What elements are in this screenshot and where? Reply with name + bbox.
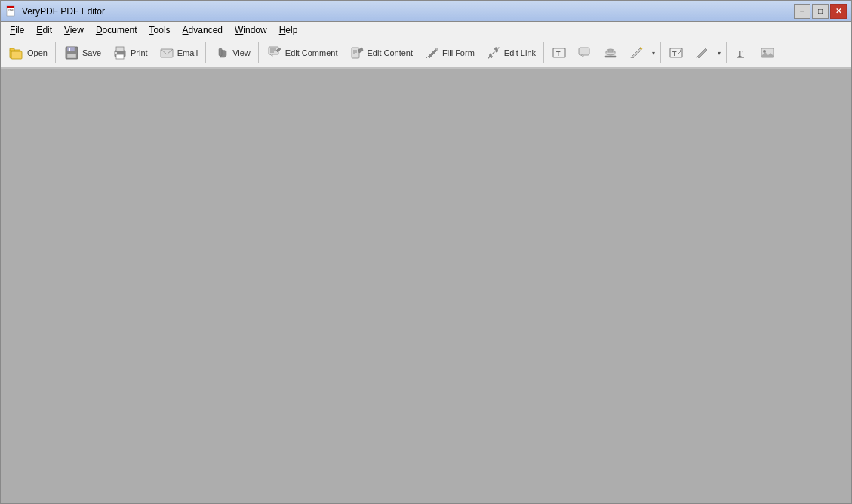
- email-icon: [158, 45, 175, 61]
- save-icon: [63, 45, 80, 61]
- text-edit-button[interactable]: T: [664, 41, 688, 65]
- email-label: Email: [177, 48, 198, 57]
- main-window: PDF VeryPDF PDF Editor − □ ✕ File Edit V…: [0, 0, 852, 504]
- hand-icon: [214, 45, 230, 61]
- title-bar: PDF VeryPDF PDF Editor − □ ✕: [1, 1, 851, 22]
- menu-window[interactable]: Window: [229, 23, 273, 37]
- edit-comment-icon: [266, 45, 283, 61]
- fill-form-icon: [423, 45, 440, 61]
- menu-bar: File Edit View Document Tools Advanced W…: [1, 22, 851, 38]
- svg-rect-8: [67, 54, 76, 58]
- stamp-icon: [602, 45, 619, 61]
- edit-content-icon: [349, 45, 365, 61]
- title-bar-left: PDF VeryPDF PDF Editor: [5, 5, 105, 17]
- svg-rect-4: [10, 48, 14, 51]
- svg-rect-15: [219, 48, 222, 56]
- open-icon: [8, 45, 25, 61]
- window-title: VeryPDF PDF Editor: [22, 6, 105, 17]
- edit-content-label: Edit Content: [368, 48, 414, 57]
- image-button[interactable]: [755, 41, 780, 65]
- svg-line-34: [631, 57, 632, 58]
- svg-rect-13: [115, 52, 117, 54]
- open-button[interactable]: Open: [4, 41, 52, 65]
- svg-marker-17: [270, 54, 272, 57]
- view-button[interactable]: View: [209, 41, 255, 65]
- svg-text:T: T: [672, 50, 677, 57]
- insert-text-button[interactable]: T: [730, 41, 754, 65]
- separator-4: [543, 42, 544, 63]
- toolbar: Open Save: [1, 38, 851, 69]
- svg-rect-9: [69, 48, 70, 51]
- view-label: View: [232, 48, 251, 57]
- menu-file[interactable]: File: [4, 23, 30, 37]
- separator-2: [205, 42, 206, 63]
- svg-line-38: [697, 57, 697, 58]
- svg-rect-11: [116, 47, 124, 51]
- fill-form-button[interactable]: Fill Form: [419, 41, 479, 65]
- fill-form-label: Fill Form: [442, 48, 475, 57]
- menu-help[interactable]: Help: [273, 23, 304, 37]
- print-label: Print: [131, 48, 148, 57]
- separator-1: [55, 42, 56, 63]
- separator-3: [258, 42, 259, 63]
- close-button[interactable]: ✕: [830, 4, 847, 19]
- svg-rect-12: [116, 54, 124, 59]
- svg-line-37: [678, 51, 681, 54]
- stamp-button[interactable]: [598, 41, 623, 65]
- speech-bubble-button[interactable]: [573, 41, 597, 65]
- separator-5: [660, 42, 661, 63]
- edit-link-label: Edit Link: [504, 48, 536, 57]
- speech-bubble-icon: [577, 45, 593, 61]
- insert-text-icon: T: [734, 45, 750, 61]
- edit-link-icon: [485, 45, 502, 61]
- edit-link-button[interactable]: Edit Link: [481, 41, 540, 65]
- menu-view[interactable]: View: [58, 23, 90, 37]
- save-label: Save: [82, 48, 101, 57]
- svg-rect-21: [352, 48, 359, 58]
- save-button[interactable]: Save: [59, 41, 106, 65]
- svg-rect-33: [605, 56, 616, 57]
- separator-6: [726, 42, 727, 63]
- menu-advanced[interactable]: Advanced: [177, 23, 229, 37]
- svg-rect-28: [579, 48, 589, 55]
- text-tool-button[interactable]: T: [547, 41, 571, 65]
- menu-tools[interactable]: Tools: [143, 23, 177, 37]
- pencil-button[interactable]: [624, 41, 648, 65]
- annotation-dropdown[interactable]: ▾: [650, 41, 657, 65]
- svg-rect-32: [608, 50, 613, 52]
- print-icon: [112, 45, 128, 61]
- svg-rect-5: [11, 51, 22, 59]
- title-bar-controls: − □ ✕: [794, 4, 847, 19]
- text-edit-icon: T: [668, 45, 684, 61]
- menu-document[interactable]: Document: [90, 23, 143, 37]
- svg-line-25: [426, 57, 428, 58]
- svg-rect-31: [606, 52, 615, 54]
- app-icon: PDF: [5, 5, 17, 17]
- main-content-area: [1, 69, 851, 503]
- text-field-icon: T: [551, 45, 567, 61]
- svg-text:PDF: PDF: [8, 8, 14, 12]
- edit-comment-label: Edit Comment: [285, 48, 338, 57]
- svg-text:T: T: [556, 50, 561, 57]
- image-icon: [759, 45, 776, 61]
- svg-marker-29: [581, 55, 583, 57]
- svg-rect-7: [67, 47, 75, 51]
- open-label: Open: [27, 48, 48, 57]
- menu-edit[interactable]: Edit: [30, 23, 58, 37]
- svg-point-42: [763, 50, 766, 53]
- edit-comment-button[interactable]: Edit Comment: [262, 41, 343, 65]
- highlight-button[interactable]: [690, 41, 714, 65]
- text-edit-dropdown[interactable]: ▾: [715, 41, 723, 65]
- pencil-icon: [628, 45, 644, 61]
- print-button[interactable]: Print: [107, 41, 152, 65]
- edit-content-button[interactable]: Edit Content: [344, 41, 418, 65]
- restore-button[interactable]: □: [812, 4, 829, 19]
- email-button[interactable]: Email: [154, 41, 203, 65]
- minimize-button[interactable]: −: [794, 4, 810, 19]
- highlight-icon: [694, 45, 710, 61]
